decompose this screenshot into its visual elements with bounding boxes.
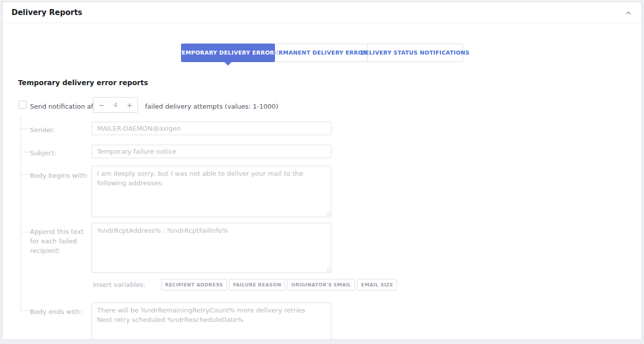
insert-variables-label: Insert variables: (93, 281, 146, 288)
section-title: Temporary delivery error reports (18, 79, 148, 87)
send-notification-checkbox[interactable] (18, 101, 26, 109)
tree-connector (20, 310, 31, 311)
attempts-stepper[interactable]: − 4 + (93, 97, 138, 113)
collapse-button[interactable] (624, 9, 634, 18)
append-text-textarea[interactable]: %ndrRcptAddress% : %ndrRcptFailInfo% (92, 223, 332, 273)
tab-permanent-delivery-errors[interactable]: PERMANENT DELIVERY ERRORS (275, 44, 368, 62)
variable-originators-email-button[interactable]: ORIGINATOR'S EMAIL (287, 279, 355, 290)
tree-connector (20, 152, 31, 152)
sender-label: Sender: (30, 125, 91, 135)
active-tab-caret (224, 62, 232, 66)
variable-email-size-button[interactable]: EMAIL SIZE (357, 279, 397, 290)
subject-input[interactable] (92, 145, 332, 158)
body-ends-label: Body ends with: (30, 307, 91, 316)
variable-recipient-address-button[interactable]: RECIPIENT ADDRESS (161, 279, 227, 290)
send-notification-label: Send notification after (30, 103, 102, 110)
stepper-minus-button[interactable]: − (98, 102, 104, 109)
sender-input[interactable] (92, 122, 332, 135)
tab-bar: TEMPORARY DELIVERY ERRORS PERMANENT DELI… (181, 44, 463, 62)
body-ends-textarea[interactable]: There will be %ndrRemainingRetryCount% m… (92, 302, 332, 340)
resize-handle[interactable] (326, 212, 331, 216)
panel-header: Delivery Reports (2, 2, 642, 23)
chevron-up-icon (626, 11, 632, 15)
variable-failure-reason-button[interactable]: FAILURE REASON (229, 279, 285, 290)
tab-temporary-delivery-errors[interactable]: TEMPORARY DELIVERY ERRORS (181, 44, 275, 62)
variable-buttons-row: RECIPIENT ADDRESS FAILURE REASON ORIGINA… (161, 279, 397, 290)
stepper-value: 4 (114, 101, 118, 109)
attempts-suffix-label: failed delivery attempts (values: 1-1000… (145, 103, 278, 110)
body-begins-textarea[interactable]: I am deeply sorry, but I was not able to… (92, 166, 332, 217)
page-title: Delivery Reports (12, 8, 82, 17)
tab-delivery-status-notifications[interactable]: DELIVERY STATUS NOTIFICATIONS (368, 44, 463, 62)
tree-connector (20, 129, 31, 129)
stepper-plus-button[interactable]: + (126, 102, 132, 109)
delivery-reports-panel: Delivery Reports TEMPORARY DELIVERY ERRO… (2, 2, 642, 340)
tree-connector (20, 232, 31, 232)
tree-connector (20, 174, 31, 175)
tree-trunk-line (20, 116, 21, 311)
append-text-label: Append this text for each failed recipie… (30, 227, 91, 255)
subject-label: Subject: (30, 148, 91, 158)
resize-handle[interactable] (326, 267, 331, 272)
body-begins-label: Body begins with: (30, 171, 91, 180)
